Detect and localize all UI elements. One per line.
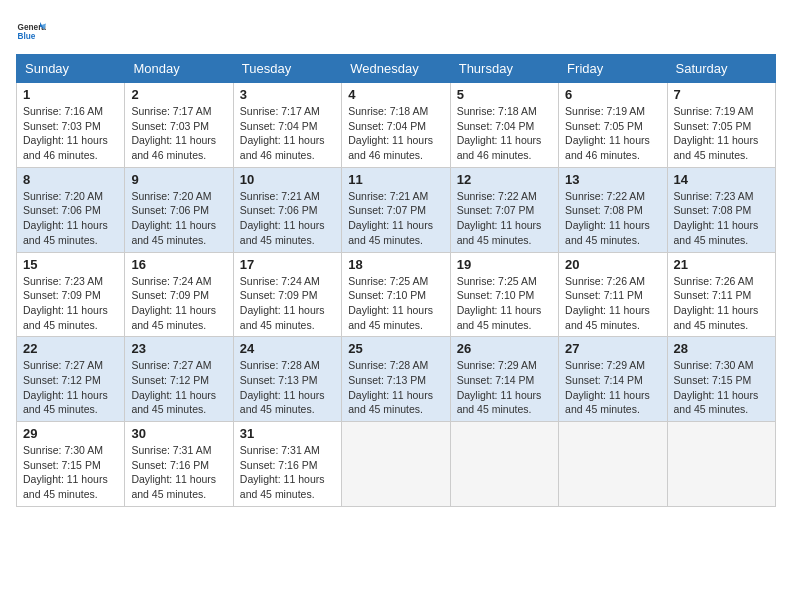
day-detail: Sunrise: 7:27 AM Sunset: 7:12 PM Dayligh… <box>23 358 118 417</box>
day-detail: Sunrise: 7:22 AM Sunset: 7:07 PM Dayligh… <box>457 189 552 248</box>
col-header-thursday: Thursday <box>450 55 558 83</box>
day-detail: Sunrise: 7:31 AM Sunset: 7:16 PM Dayligh… <box>240 443 335 502</box>
calendar-cell: 8 Sunrise: 7:20 AM Sunset: 7:06 PM Dayli… <box>17 167 125 252</box>
day-number: 17 <box>240 257 335 272</box>
day-detail: Sunrise: 7:30 AM Sunset: 7:15 PM Dayligh… <box>23 443 118 502</box>
day-number: 15 <box>23 257 118 272</box>
calendar-cell: 19 Sunrise: 7:25 AM Sunset: 7:10 PM Dayl… <box>450 252 558 337</box>
calendar-cell: 10 Sunrise: 7:21 AM Sunset: 7:06 PM Dayl… <box>233 167 341 252</box>
calendar-cell: 21 Sunrise: 7:26 AM Sunset: 7:11 PM Dayl… <box>667 252 775 337</box>
day-number: 19 <box>457 257 552 272</box>
day-number: 27 <box>565 341 660 356</box>
day-detail: Sunrise: 7:29 AM Sunset: 7:14 PM Dayligh… <box>565 358 660 417</box>
calendar-cell: 27 Sunrise: 7:29 AM Sunset: 7:14 PM Dayl… <box>559 337 667 422</box>
day-detail: Sunrise: 7:18 AM Sunset: 7:04 PM Dayligh… <box>348 104 443 163</box>
day-number: 16 <box>131 257 226 272</box>
calendar-cell: 31 Sunrise: 7:31 AM Sunset: 7:16 PM Dayl… <box>233 422 341 507</box>
calendar-cell <box>450 422 558 507</box>
day-detail: Sunrise: 7:24 AM Sunset: 7:09 PM Dayligh… <box>240 274 335 333</box>
calendar-cell: 26 Sunrise: 7:29 AM Sunset: 7:14 PM Dayl… <box>450 337 558 422</box>
calendar-cell: 17 Sunrise: 7:24 AM Sunset: 7:09 PM Dayl… <box>233 252 341 337</box>
day-detail: Sunrise: 7:25 AM Sunset: 7:10 PM Dayligh… <box>348 274 443 333</box>
column-headers: SundayMondayTuesdayWednesdayThursdayFrid… <box>17 55 776 83</box>
calendar-cell: 24 Sunrise: 7:28 AM Sunset: 7:13 PM Dayl… <box>233 337 341 422</box>
day-detail: Sunrise: 7:17 AM Sunset: 7:04 PM Dayligh… <box>240 104 335 163</box>
day-detail: Sunrise: 7:20 AM Sunset: 7:06 PM Dayligh… <box>131 189 226 248</box>
day-detail: Sunrise: 7:28 AM Sunset: 7:13 PM Dayligh… <box>240 358 335 417</box>
day-detail: Sunrise: 7:19 AM Sunset: 7:05 PM Dayligh… <box>674 104 769 163</box>
calendar-cell: 23 Sunrise: 7:27 AM Sunset: 7:12 PM Dayl… <box>125 337 233 422</box>
day-detail: Sunrise: 7:25 AM Sunset: 7:10 PM Dayligh… <box>457 274 552 333</box>
day-number: 20 <box>565 257 660 272</box>
calendar-cell <box>342 422 450 507</box>
calendar-cell: 12 Sunrise: 7:22 AM Sunset: 7:07 PM Dayl… <box>450 167 558 252</box>
day-detail: Sunrise: 7:27 AM Sunset: 7:12 PM Dayligh… <box>131 358 226 417</box>
calendar-cell: 6 Sunrise: 7:19 AM Sunset: 7:05 PM Dayli… <box>559 83 667 168</box>
day-number: 13 <box>565 172 660 187</box>
day-number: 30 <box>131 426 226 441</box>
day-number: 8 <box>23 172 118 187</box>
day-number: 29 <box>23 426 118 441</box>
calendar-cell: 4 Sunrise: 7:18 AM Sunset: 7:04 PM Dayli… <box>342 83 450 168</box>
col-header-saturday: Saturday <box>667 55 775 83</box>
col-header-friday: Friday <box>559 55 667 83</box>
day-detail: Sunrise: 7:24 AM Sunset: 7:09 PM Dayligh… <box>131 274 226 333</box>
day-number: 28 <box>674 341 769 356</box>
day-detail: Sunrise: 7:31 AM Sunset: 7:16 PM Dayligh… <box>131 443 226 502</box>
col-header-tuesday: Tuesday <box>233 55 341 83</box>
calendar-cell: 20 Sunrise: 7:26 AM Sunset: 7:11 PM Dayl… <box>559 252 667 337</box>
day-number: 21 <box>674 257 769 272</box>
day-detail: Sunrise: 7:20 AM Sunset: 7:06 PM Dayligh… <box>23 189 118 248</box>
calendar-cell: 16 Sunrise: 7:24 AM Sunset: 7:09 PM Dayl… <box>125 252 233 337</box>
day-number: 26 <box>457 341 552 356</box>
calendar-cell: 13 Sunrise: 7:22 AM Sunset: 7:08 PM Dayl… <box>559 167 667 252</box>
day-number: 12 <box>457 172 552 187</box>
calendar-cell: 28 Sunrise: 7:30 AM Sunset: 7:15 PM Dayl… <box>667 337 775 422</box>
svg-text:Blue: Blue <box>18 32 36 41</box>
day-detail: Sunrise: 7:30 AM Sunset: 7:15 PM Dayligh… <box>674 358 769 417</box>
calendar-cell: 15 Sunrise: 7:23 AM Sunset: 7:09 PM Dayl… <box>17 252 125 337</box>
calendar-cell: 29 Sunrise: 7:30 AM Sunset: 7:15 PM Dayl… <box>17 422 125 507</box>
day-detail: Sunrise: 7:21 AM Sunset: 7:06 PM Dayligh… <box>240 189 335 248</box>
day-number: 6 <box>565 87 660 102</box>
day-number: 14 <box>674 172 769 187</box>
calendar-cell: 2 Sunrise: 7:17 AM Sunset: 7:03 PM Dayli… <box>125 83 233 168</box>
day-detail: Sunrise: 7:23 AM Sunset: 7:09 PM Dayligh… <box>23 274 118 333</box>
logo-icon: General Blue <box>16 16 46 46</box>
calendar-cell: 18 Sunrise: 7:25 AM Sunset: 7:10 PM Dayl… <box>342 252 450 337</box>
day-detail: Sunrise: 7:23 AM Sunset: 7:08 PM Dayligh… <box>674 189 769 248</box>
calendar-cell: 11 Sunrise: 7:21 AM Sunset: 7:07 PM Dayl… <box>342 167 450 252</box>
col-header-sunday: Sunday <box>17 55 125 83</box>
day-detail: Sunrise: 7:18 AM Sunset: 7:04 PM Dayligh… <box>457 104 552 163</box>
calendar-cell <box>559 422 667 507</box>
day-number: 2 <box>131 87 226 102</box>
day-number: 9 <box>131 172 226 187</box>
day-number: 31 <box>240 426 335 441</box>
calendar-cell: 22 Sunrise: 7:27 AM Sunset: 7:12 PM Dayl… <box>17 337 125 422</box>
day-number: 11 <box>348 172 443 187</box>
day-detail: Sunrise: 7:26 AM Sunset: 7:11 PM Dayligh… <box>565 274 660 333</box>
day-number: 24 <box>240 341 335 356</box>
day-number: 5 <box>457 87 552 102</box>
day-number: 4 <box>348 87 443 102</box>
day-detail: Sunrise: 7:28 AM Sunset: 7:13 PM Dayligh… <box>348 358 443 417</box>
page-header: General Blue <box>16 16 776 46</box>
day-detail: Sunrise: 7:22 AM Sunset: 7:08 PM Dayligh… <box>565 189 660 248</box>
day-number: 3 <box>240 87 335 102</box>
col-header-wednesday: Wednesday <box>342 55 450 83</box>
calendar-cell: 5 Sunrise: 7:18 AM Sunset: 7:04 PM Dayli… <box>450 83 558 168</box>
calendar-cell: 1 Sunrise: 7:16 AM Sunset: 7:03 PM Dayli… <box>17 83 125 168</box>
day-detail: Sunrise: 7:26 AM Sunset: 7:11 PM Dayligh… <box>674 274 769 333</box>
day-detail: Sunrise: 7:17 AM Sunset: 7:03 PM Dayligh… <box>131 104 226 163</box>
calendar-cell: 30 Sunrise: 7:31 AM Sunset: 7:16 PM Dayl… <box>125 422 233 507</box>
calendar-cell: 9 Sunrise: 7:20 AM Sunset: 7:06 PM Dayli… <box>125 167 233 252</box>
day-number: 25 <box>348 341 443 356</box>
logo: General Blue <box>16 16 46 46</box>
day-detail: Sunrise: 7:19 AM Sunset: 7:05 PM Dayligh… <box>565 104 660 163</box>
day-detail: Sunrise: 7:29 AM Sunset: 7:14 PM Dayligh… <box>457 358 552 417</box>
day-number: 10 <box>240 172 335 187</box>
calendar-cell: 25 Sunrise: 7:28 AM Sunset: 7:13 PM Dayl… <box>342 337 450 422</box>
day-number: 22 <box>23 341 118 356</box>
day-number: 18 <box>348 257 443 272</box>
col-header-monday: Monday <box>125 55 233 83</box>
